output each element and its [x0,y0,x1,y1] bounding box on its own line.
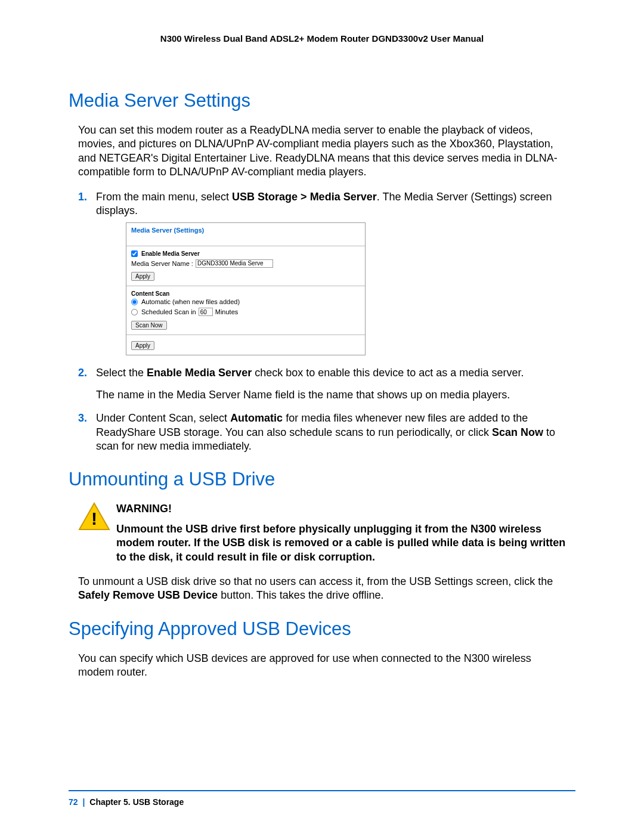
panel-title: Media Server (Settings) [126,223,365,246]
scan-scheduled-label-pre: Scheduled Scan in [141,308,196,316]
scan-automatic-radio[interactable] [131,299,138,305]
manual-page: N300 Wireless Dual Band ADSL2+ Modem Rou… [0,0,644,833]
chapter-label: Chapter 5. USB Storage [89,797,184,807]
enable-media-server-checkbox[interactable] [131,250,138,257]
media-intro-paragraph: You can set this modem router as a Ready… [78,123,566,179]
unmount-bold: Safely Remove USB Device [78,589,218,601]
page-number: 72 [69,797,78,807]
svg-text:!: ! [91,509,97,528]
step3-bold2: Scan Now [492,426,543,438]
approved-intro: You can specify which USB devices are ap… [78,652,566,680]
unmount-pre: To unmount a USB disk drive so that no u… [78,575,553,587]
step1-pre: From the main menu, select [96,191,232,203]
media-server-name-input[interactable] [196,259,273,268]
running-header: N300 Wireless Dual Band ADSL2+ Modem Rou… [69,33,575,44]
step-3: Under Content Scan, select Automatic for… [78,411,566,453]
scan-now-button[interactable]: Scan Now [131,321,167,330]
warning-icon: ! [78,502,110,533]
media-server-name-label: Media Server Name : [131,259,193,268]
step-1: From the main menu, select USB Storage >… [78,190,566,355]
heading-unmounting-usb-drive: Unmounting a USB Drive [69,469,575,490]
warning-text: WARNING! Unmount the USB drive first bef… [116,502,566,564]
scan-interval-input[interactable] [199,308,213,316]
heading-media-server-settings: Media Server Settings [69,90,575,112]
media-server-settings-panel: Media Server (Settings) Enable Media Ser… [126,222,366,355]
step2-bold: Enable Media Server [147,367,252,379]
media-steps-list: From the main menu, select USB Storage >… [78,190,566,454]
warning-body: Unmount the USB drive first before physi… [116,522,566,564]
panel-section-apply2: Apply [126,335,365,355]
warning-block: ! WARNING! Unmount the USB drive first b… [78,502,566,564]
step2-pre: Select the [96,367,147,379]
step3-pre: Under Content Scan, select [96,412,230,424]
step-2: Select the Enable Media Server check box… [78,366,566,402]
panel-section-content-scan: Content Scan Automatic (when new files a… [126,286,365,335]
footer-separator: | [80,797,87,807]
content-scan-heading: Content Scan [131,290,360,298]
panel-section-enable: Enable Media Server Media Server Name : … [126,246,365,286]
heading-approved-usb-devices: Specifying Approved USB Devices [69,618,575,640]
apply-button[interactable]: Apply [131,272,154,281]
step3-bold1: Automatic [230,412,283,424]
page-footer: 72 | Chapter 5. USB Storage [69,797,184,807]
apply-button-2[interactable]: Apply [131,341,154,350]
warning-title: WARNING! [116,502,566,516]
unmount-instruction: To unmount a USB disk drive so that no u… [78,575,566,603]
footer-rule [69,790,575,791]
step2-sub: The name in the Media Server Name field … [96,388,566,402]
step1-bold: USB Storage > Media Server [232,191,377,203]
scan-scheduled-label-post: Minutes [215,308,239,316]
enable-media-server-label: Enable Media Server [141,250,200,258]
scan-automatic-label: Automatic (when new files added) [141,298,240,306]
scan-scheduled-radio[interactable] [131,309,138,315]
unmount-post: button. This takes the drive offline. [218,589,384,601]
step2-post: check box to enable this device to act a… [252,367,524,379]
